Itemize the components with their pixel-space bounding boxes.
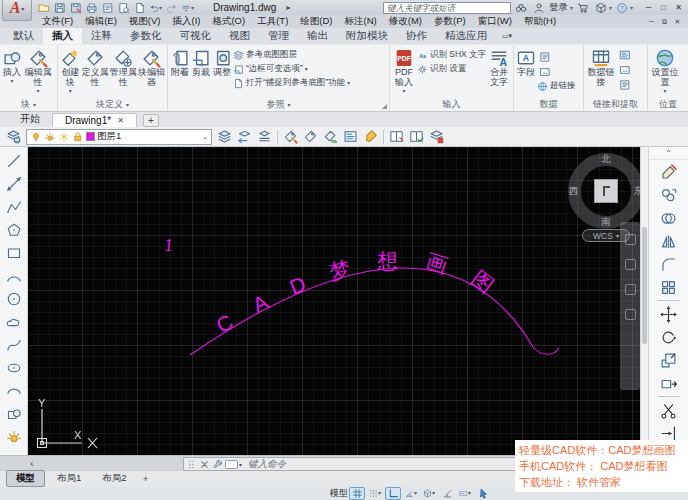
fillet-tool[interactable] [655,253,683,275]
vertical-scrollbar[interactable] [640,147,648,455]
doc-minimize-button[interactable]: ─ [645,16,658,27]
menu-item-3[interactable]: 视图(V) [123,15,167,28]
adjust-button[interactable]: 调整 [212,46,232,97]
model-space-button[interactable]: 模型 [331,487,347,500]
scrollbar-thumb[interactable] [642,227,647,344]
save-button[interactable] [52,1,67,15]
menu-item-7[interactable]: 绘图(D) [294,15,338,28]
new-drawing-button[interactable] [100,1,115,15]
recent-commands-button[interactable]: ▾ [225,460,242,469]
compass-north[interactable]: 北 [601,153,611,166]
collapse-toolbar-button[interactable]: ⌃ [649,147,688,160]
clean-button[interactable] [361,128,380,146]
polyline-tool[interactable] [2,196,26,218]
layer-lock-icon[interactable] [72,131,84,143]
insert-block-tool[interactable] [2,403,26,425]
layer-dropdown[interactable]: 图层1 ⌄ [26,129,212,145]
ribbon-tab-协作[interactable]: 协作 [397,28,436,44]
offset-tool[interactable] [655,207,683,229]
block-editor-button[interactable]: 块编辑器 [138,46,165,97]
selection-cycling-toggle[interactable] [475,487,491,500]
edit-attribute-button[interactable]: 编辑属性 ▾ [23,46,53,97]
command-line[interactable]: ▾ 键入命令 [183,457,563,471]
change-to-current-layer-button[interactable] [301,128,320,146]
osnap-tracking-toggle[interactable] [439,487,455,500]
customize-qat-button[interactable]: ▾ [180,1,195,15]
set-location-button[interactable]: 设置位置 ▾ [650,46,680,97]
line-tool[interactable] [2,150,26,172]
chevron-down-icon[interactable]: ⌄ [202,133,208,141]
compass-south[interactable]: 南 [601,216,611,229]
sync-attributes-button[interactable] [321,128,340,146]
panel-title-reference[interactable]: 参照▾ [168,98,389,111]
menu-item-2[interactable]: 编辑(E) [79,15,123,28]
ribbon-tab-插入[interactable]: 插入 [43,28,82,44]
command-input[interactable]: 键入命令 [248,458,286,471]
menu-item-6[interactable]: 工具(T) [251,15,294,28]
ellipse-arc-tool[interactable] [2,380,26,402]
hyperlink-button[interactable]: 超链接 [537,79,576,93]
scroll-left-arrow[interactable]: ‹ [30,456,34,470]
ribbon-tab-注释[interactable]: 注释 [82,28,121,44]
save-as-button[interactable] [68,1,83,15]
menu-item-5[interactable]: 格式(O) [206,15,251,28]
data-link-button[interactable]: 数据链接 [586,46,616,97]
plot-button[interactable] [84,1,99,15]
close-tab-icon[interactable]: ✕ [117,116,124,125]
close-command-icon[interactable] [199,459,210,470]
layer-translator-button[interactable] [341,128,360,146]
ribbon-tab-视图[interactable]: 视图 [220,28,259,44]
ribbon-tab-输出[interactable]: 输出 [298,28,337,44]
search-icon[interactable] [513,1,529,15]
undo-button[interactable]: ▾ [148,1,163,15]
menu-item-1[interactable]: 文件(F) [36,15,79,28]
layout-tab-布局1[interactable]: 布局1 [48,471,90,486]
polar-tracking-toggle[interactable]: ▾ [403,487,419,500]
panel-dialog-launcher[interactable] [382,104,387,109]
layer-walk-button[interactable] [387,128,406,146]
layout-tab-布局2[interactable]: 布局2 [93,471,135,486]
snap-to-underlay-button[interactable]: 打开“捕捉到参考底图”功能 ▾ [233,76,350,90]
open-button[interactable] [36,1,51,15]
tab-start[interactable]: 开始 [8,111,52,127]
dynamic-input-toggle[interactable]: ▾ [457,487,473,500]
rectangle-tool[interactable] [2,242,26,264]
mirror-tool[interactable] [655,230,683,252]
redo-button[interactable] [164,1,179,15]
navigation-bar[interactable] [620,222,640,390]
layer-on-icon[interactable] [30,131,42,143]
panel-title-link-extract[interactable]: 链接和提取 [584,98,647,111]
menu-item-4[interactable]: 插入(I) [166,15,206,28]
layout-tab-模型[interactable]: 模型 [6,470,45,487]
layer-properties-button[interactable] [3,128,23,146]
autodesk-apps-icon[interactable] [593,1,609,15]
panel-title-block-definition[interactable]: 块定义▾ [58,98,167,111]
menu-item-9[interactable]: 修改(M) [383,15,428,28]
ortho-toggle[interactable] [385,487,401,500]
download-from-source-button[interactable] [617,63,633,77]
ribbon-tab-可视化[interactable]: 可视化 [171,28,221,44]
trim-tool[interactable] [655,399,683,421]
app-store-icon[interactable] [575,1,591,15]
pdf-import-button[interactable]: PDF PDF输入 ▾ [392,46,416,97]
panel-title-import[interactable]: 输入 [390,98,513,111]
tab-drawing1[interactable]: Drawing1* ✕ [52,113,137,127]
panel-title-block[interactable]: 块▾ [0,98,57,111]
circle-tool[interactable] [2,288,26,310]
underlay-layers-button[interactable]: 参考底图图层 [233,48,350,62]
user-icon[interactable] [531,1,547,15]
spline-tool[interactable] [2,334,26,356]
recognize-shx-button[interactable]: Aa 识别 SHX 文字 [417,48,486,62]
layer-undo-button[interactable] [235,128,254,146]
update-fields-button[interactable] [537,50,553,64]
recognition-settings-button[interactable]: 识别 设置 [417,62,486,76]
layer-color-swatch[interactable] [86,132,95,141]
ribbon-tab-管理[interactable]: 管理 [259,28,298,44]
command-grip[interactable] [186,459,197,470]
close-button[interactable]: ✕ [671,1,686,14]
apps-dropdown-icon[interactable]: ▾ [609,5,612,11]
hatch-tool[interactable] [2,426,26,448]
move-tool[interactable] [655,303,683,325]
array-tool[interactable] [655,276,683,298]
view-cube-face[interactable] [594,179,618,203]
